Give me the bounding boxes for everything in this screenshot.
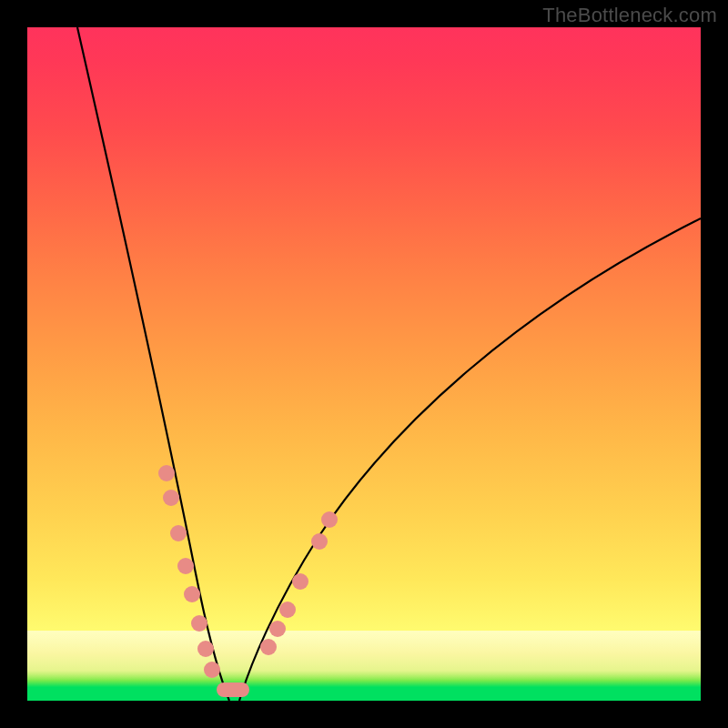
dot-right-6 — [321, 511, 338, 528]
vertex-blob — [217, 682, 249, 697]
dot-left-5 — [184, 586, 200, 602]
dot-left-1 — [158, 465, 175, 481]
dot-left-7 — [197, 641, 214, 657]
dot-right-1 — [260, 639, 277, 655]
watermark-text: TheBottleneck.com — [542, 4, 717, 27]
dot-left-8 — [204, 662, 220, 678]
bottleneck-curve — [27, 27, 701, 701]
curve-right-arm — [239, 218, 701, 701]
curve-left-arm — [77, 27, 229, 701]
dot-right-5 — [311, 533, 328, 550]
chart-frame: TheBottleneck.com — [0, 0, 728, 728]
dot-left-6 — [191, 615, 207, 632]
dot-right-4 — [292, 573, 308, 590]
dot-left-4 — [177, 558, 194, 574]
dot-right-3 — [279, 602, 296, 618]
plot-area — [27, 27, 701, 701]
dot-left-3 — [170, 525, 187, 541]
dot-left-2 — [163, 490, 179, 506]
scatter-dots — [158, 465, 338, 697]
dot-right-2 — [269, 621, 286, 637]
